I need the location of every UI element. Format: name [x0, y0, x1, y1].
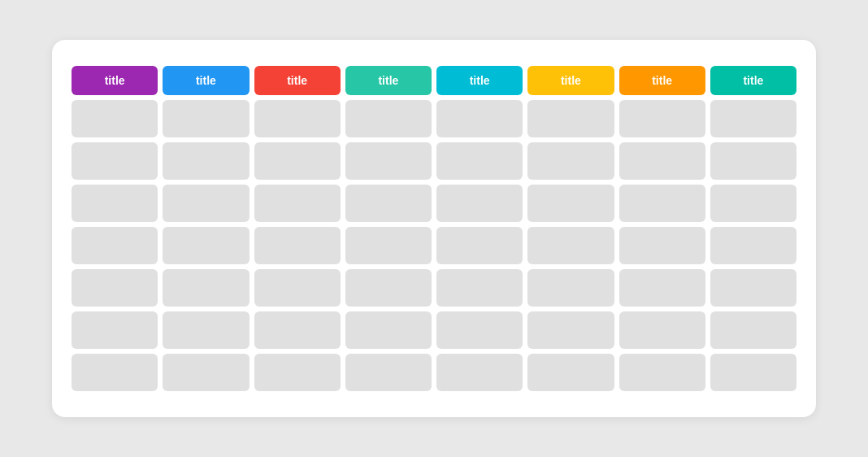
body-cell-0-5	[527, 100, 614, 137]
body-cell-5-3	[345, 311, 432, 349]
body-cell-0-6	[619, 100, 705, 137]
header-cell-3: title	[345, 66, 432, 95]
body-cell-6-6	[619, 354, 705, 391]
table-row	[72, 100, 796, 137]
body-cell-0-4	[436, 100, 523, 137]
body-cell-4-1	[163, 269, 249, 307]
body-cell-6-1	[163, 354, 249, 391]
body-cell-3-1	[163, 227, 249, 264]
body-cell-2-0	[72, 185, 158, 222]
body-cell-2-2	[254, 185, 341, 222]
table-row	[72, 142, 796, 180]
body-cell-6-5	[527, 354, 614, 391]
table-row	[72, 269, 796, 307]
body-cell-6-0	[72, 354, 158, 391]
header-cell-2: title	[254, 66, 341, 95]
body-cell-4-6	[619, 269, 705, 307]
body-cell-2-4	[436, 185, 523, 222]
table-body	[72, 100, 796, 391]
main-card: titletitletitletitletitletitletitletitle	[52, 40, 816, 417]
body-cell-3-4	[436, 227, 523, 264]
body-cell-2-6	[619, 185, 705, 222]
table-container: titletitletitletitletitletitletitletitle	[72, 66, 796, 391]
body-cell-1-5	[527, 142, 614, 180]
body-cell-4-7	[710, 269, 796, 307]
table-header: titletitletitletitletitletitletitletitle	[72, 66, 796, 95]
body-cell-0-7	[710, 100, 796, 137]
body-cell-1-7	[710, 142, 796, 180]
body-cell-5-4	[436, 311, 523, 349]
body-cell-5-2	[254, 311, 341, 349]
body-cell-2-7	[710, 185, 796, 222]
body-cell-1-0	[72, 142, 158, 180]
body-cell-3-6	[619, 227, 705, 264]
body-cell-4-0	[72, 269, 158, 307]
header-cell-0: title	[72, 66, 158, 95]
body-cell-4-5	[527, 269, 614, 307]
body-cell-4-4	[436, 269, 523, 307]
body-cell-6-4	[436, 354, 523, 391]
body-cell-2-3	[345, 185, 432, 222]
header-cell-1: title	[163, 66, 249, 95]
body-cell-0-1	[163, 100, 249, 137]
table-row	[72, 354, 796, 391]
body-cell-5-5	[527, 311, 614, 349]
header-cell-5: title	[527, 66, 614, 95]
table-row	[72, 185, 796, 222]
header-cell-6: title	[619, 66, 705, 95]
body-cell-0-3	[345, 100, 432, 137]
body-cell-0-2	[254, 100, 341, 137]
table-row	[72, 311, 796, 349]
body-cell-2-5	[527, 185, 614, 222]
body-cell-3-5	[527, 227, 614, 264]
body-cell-5-7	[710, 311, 796, 349]
body-cell-1-3	[345, 142, 432, 180]
header-cell-4: title	[436, 66, 523, 95]
body-cell-6-2	[254, 354, 341, 391]
body-cell-3-7	[710, 227, 796, 264]
body-cell-5-1	[163, 311, 249, 349]
body-cell-4-3	[345, 269, 432, 307]
body-cell-1-1	[163, 142, 249, 180]
body-cell-2-1	[163, 185, 249, 222]
body-cell-4-2	[254, 269, 341, 307]
body-cell-1-2	[254, 142, 341, 180]
table-row	[72, 227, 796, 264]
body-cell-3-2	[254, 227, 341, 264]
body-cell-3-3	[345, 227, 432, 264]
body-cell-1-6	[619, 142, 705, 180]
body-cell-0-0	[72, 100, 158, 137]
body-cell-5-6	[619, 311, 705, 349]
body-cell-1-4	[436, 142, 523, 180]
body-cell-5-0	[72, 311, 158, 349]
body-cell-6-7	[710, 354, 796, 391]
body-cell-3-0	[72, 227, 158, 264]
body-cell-6-3	[345, 354, 432, 391]
header-cell-7: title	[710, 66, 796, 95]
